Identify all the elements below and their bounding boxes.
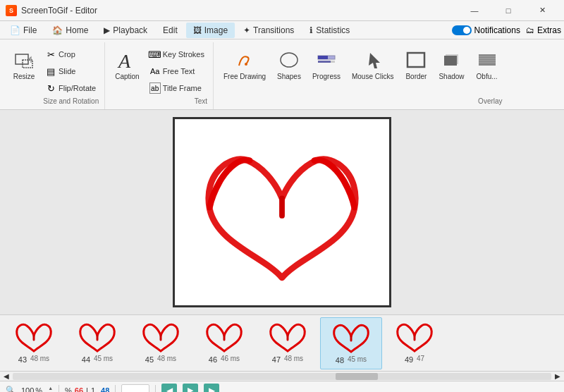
frame-separator: | xyxy=(86,386,88,393)
title-bar: S ScreenToGif - Editor — □ ✕ xyxy=(0,0,564,21)
border-button[interactable]: Border xyxy=(400,47,431,82)
menu-item-edit[interactable]: Edit xyxy=(156,23,185,38)
search-icon: 🔍 xyxy=(6,386,16,392)
app-icon: S xyxy=(6,5,17,16)
title-frame-button[interactable]: ab Title Frame xyxy=(147,80,207,96)
notifications-label: Notifications xyxy=(474,25,520,35)
crop-button[interactable]: ✂ Crop xyxy=(42,47,99,62)
image-icon: 🖼 xyxy=(193,25,202,35)
svg-rect-11 xyxy=(444,56,457,66)
status-divider-1 xyxy=(59,385,59,393)
film-item-48[interactable]: 48 45 ms xyxy=(320,317,382,369)
progress-icon xyxy=(315,49,338,71)
ribbon-items-overlay: Free Drawing Shapes xyxy=(219,44,503,96)
mouse-clicks-icon xyxy=(362,49,384,71)
frame-ms-47: 48 ms xyxy=(282,355,303,362)
menu-item-image[interactable]: 🖼 Image xyxy=(186,23,235,38)
ribbon-items-text: A Caption ⌨ Key Strokes Aa Free Text xyxy=(111,44,207,96)
free-text-icon: Aa xyxy=(149,66,161,77)
border-label: Border xyxy=(405,73,427,80)
status-divider-2 xyxy=(115,385,116,393)
free-drawing-button[interactable]: Free Drawing xyxy=(219,47,270,82)
free-drawing-label: Free Drawing xyxy=(223,73,266,80)
svg-rect-6 xyxy=(318,56,328,59)
delay-value: 48 xyxy=(101,386,109,393)
svg-point-3 xyxy=(245,63,247,66)
extras-label: Extras xyxy=(537,25,561,35)
scrollbar-track[interactable] xyxy=(13,373,551,380)
key-strokes-label: Key Strokes xyxy=(163,50,204,59)
status-bar: 🔍 100 % ▲ ▼ % 66 | 1 48 ◀ ▶ ▶ xyxy=(0,381,564,392)
crop-slide-col: ✂ Crop ▤ Slide ↻ Flip/Rotate xyxy=(42,47,99,96)
menu-bar: 📄 File 🏠 Home ▶ Playback Edit 🖼 Image ✦ … xyxy=(0,21,564,39)
title-text: ScreenToGif - Editor xyxy=(21,6,97,16)
frame-num-49: 49 xyxy=(405,355,413,364)
transitions-label: Transitions xyxy=(253,25,294,35)
extras-menu[interactable]: 🗂 Extras xyxy=(526,25,561,35)
transitions-icon: ✦ xyxy=(243,25,250,35)
notifications-toggle[interactable]: Notifications xyxy=(452,25,520,35)
zoom-up-arrow[interactable]: ▲ xyxy=(48,386,53,391)
menu-right: Notifications 🗂 Extras xyxy=(452,25,561,35)
notifications-switch[interactable] xyxy=(452,25,472,35)
main-canvas-area xyxy=(0,110,564,314)
caption-button[interactable]: A Caption xyxy=(111,47,143,82)
scroll-left-button[interactable]: ◀ xyxy=(1,372,11,381)
svg-rect-8 xyxy=(318,61,331,63)
search-area: 🔍 xyxy=(6,386,16,392)
title-frame-icon: ab xyxy=(149,82,161,94)
slide-button[interactable]: ▤ Slide xyxy=(42,63,99,79)
svg-point-4 xyxy=(281,53,298,67)
flip-rotate-button[interactable]: ↻ Flip/Rotate xyxy=(42,80,99,96)
maximize-button[interactable]: □ xyxy=(492,0,525,21)
flip-rotate-label: Flip/Rotate xyxy=(59,84,96,92)
nav-right-button[interactable]: ▶ xyxy=(204,384,219,393)
shadow-button[interactable]: Shadow xyxy=(434,47,468,82)
zoom-unit: % xyxy=(35,386,42,393)
zoom-display: 100 % xyxy=(21,386,42,393)
film-item-46[interactable]: 46 46 ms xyxy=(193,317,255,369)
obfu-button[interactable]: Obfu... xyxy=(472,47,503,82)
mouse-clicks-button[interactable]: Mouse Clicks xyxy=(348,47,398,82)
key-strokes-button[interactable]: ⌨ Key Strokes xyxy=(147,47,207,62)
menu-item-transitions[interactable]: ✦ Transitions xyxy=(236,23,301,38)
frame-ms-46: 46 ms xyxy=(219,355,240,362)
zoom-spinner[interactable]: ▲ ▼ xyxy=(48,386,53,393)
scrollbar-thumb[interactable] xyxy=(336,373,378,380)
border-icon xyxy=(405,49,427,71)
window-controls: — □ ✕ xyxy=(458,0,558,21)
close-button[interactable]: ✕ xyxy=(526,0,558,21)
nav-play-button[interactable]: ▶ xyxy=(183,384,198,393)
text-group-label: Text xyxy=(195,96,207,108)
filmstrip: 43 48 ms 44 45 ms 45 48 ms 46 46 ms 47 4… xyxy=(0,314,564,371)
ribbon-group-text: A Caption ⌨ Key Strokes Aa Free Text xyxy=(105,42,214,109)
resize-icon xyxy=(13,49,35,71)
crop-label: Crop xyxy=(59,50,75,59)
menu-item-playback[interactable]: ▶ Playback xyxy=(97,23,154,38)
film-item-43[interactable]: 43 48 ms xyxy=(3,317,65,369)
scroll-right-button[interactable]: ▶ xyxy=(553,372,563,381)
nav-left-button[interactable]: ◀ xyxy=(161,384,177,393)
overlay-group-label: Overlay xyxy=(478,96,502,108)
shadow-label: Shadow xyxy=(439,73,464,80)
ribbon: Resize ✂ Crop ▤ Slide ↻ Flip/Rotate xyxy=(0,39,564,110)
free-text-button[interactable]: Aa Free Text xyxy=(147,63,207,79)
zoom-value: 100 xyxy=(21,386,34,393)
film-item-44[interactable]: 44 45 ms xyxy=(66,317,128,369)
film-item-47[interactable]: 47 48 ms xyxy=(257,317,319,369)
film-item-49[interactable]: 49 47 xyxy=(384,317,446,369)
progress-button[interactable]: Progress xyxy=(308,47,345,82)
shapes-button[interactable]: Shapes xyxy=(273,47,305,82)
free-text-label: Free Text xyxy=(163,67,195,75)
menu-item-home[interactable]: 🏠 Home xyxy=(45,23,95,38)
statistics-icon: ℹ xyxy=(309,25,313,35)
minimize-button[interactable]: — xyxy=(458,0,491,21)
menu-item-file[interactable]: 📄 File xyxy=(3,23,44,38)
menu-item-statistics[interactable]: ℹ Statistics xyxy=(302,23,357,38)
frame-input[interactable] xyxy=(121,384,149,393)
caption-icon: A xyxy=(116,49,138,71)
obfu-label: Obfu... xyxy=(477,73,498,80)
statistics-label: Statistics xyxy=(316,25,350,35)
film-item-45[interactable]: 45 48 ms xyxy=(130,317,192,369)
resize-button[interactable]: Resize xyxy=(8,47,39,82)
